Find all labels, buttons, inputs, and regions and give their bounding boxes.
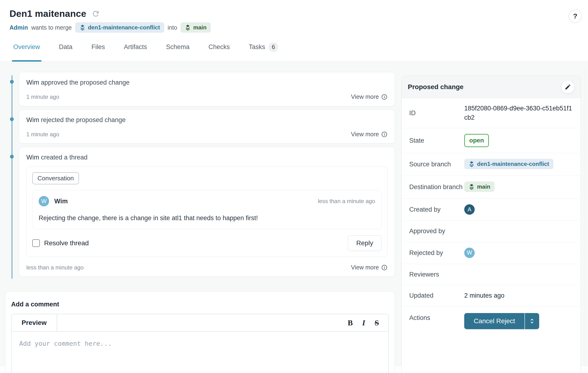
into-text: into [168,24,177,31]
help-button[interactable]: ? [568,10,582,23]
thread-container: Conversation W Wim less than a minute ag… [26,166,388,257]
row-reviewers: Reviewers [402,264,580,285]
state-badge: open [464,134,489,147]
thread-comment: W Wim less than a minute ago Rejecting t… [32,190,381,229]
thread-card: Wim created a thread Conversation W Wim … [19,147,395,277]
branch-layers-icon [185,24,191,31]
view-more-button[interactable]: View more [351,264,388,271]
row-created-by: Created by A [402,199,580,221]
preview-tab[interactable]: Preview [12,314,57,331]
event-actor: Wim [26,79,39,86]
event-action: rejected the proposed change [41,116,126,124]
view-more-button[interactable]: View more [351,131,388,138]
event-action: created a thread [41,154,88,161]
author-link[interactable]: Admin [10,24,28,31]
merge-request-page: ? Den1 maitenance Admin wants to merge d… [0,0,588,373]
branch-layers-icon [469,183,475,190]
comment-input[interactable]: Add your comment here... [12,332,388,355]
row-destination-branch: Destination branch main [402,176,580,199]
event-action: approved the proposed change [41,79,130,86]
tab-files[interactable]: Files [92,33,105,61]
tab-schema[interactable]: Schema [166,33,189,61]
add-comment-heading: Add a comment [11,301,389,308]
edit-pencil-button[interactable] [561,80,575,93]
bold-icon[interactable]: B [347,319,353,327]
avatar: A [464,204,475,215]
activity-timeline: Wim approved the proposed change 1 minut… [5,72,395,277]
updated-value: 2 minutes ago [464,291,512,300]
comment-placeholder: Add your comment here... [19,340,112,347]
id-value: 185f2080-0869-d9ee-3630-c51eb51f1cb2 [464,104,580,122]
row-actions: Actions Cancel Reject [402,306,580,343]
tasks-count-badge: 6 [268,42,278,52]
view-more-button[interactable]: View more [351,93,388,100]
timeline-dot [10,155,14,158]
resolve-thread-label: Resolve thread [44,239,89,247]
comment-body: Rejecting the change, there is a change … [39,215,375,222]
tab-checks[interactable]: Checks [208,33,230,61]
event-actor: Wim [26,154,39,161]
comment-editor: Preview B I S Add your comment here... [11,314,389,373]
avatar: W [464,248,475,258]
row-source-branch: Source branch den1-maintenance-conflict [402,153,580,176]
merge-text: wants to merge [31,24,72,31]
comment-timestamp: less than a minute ago [318,198,375,205]
panel-title: Proposed change [408,83,463,91]
row-updated: Updated 2 minutes ago [402,285,580,306]
avatar: W [39,196,49,207]
event-timestamp: 1 minute ago [26,93,59,100]
source-branch-badge[interactable]: den1-maintenance-conflict [464,159,553,169]
reply-button[interactable]: Reply [348,235,381,251]
info-icon [381,264,388,271]
source-branch-badge[interactable]: den1-maintenance-conflict [75,22,164,33]
conversation-badge: Conversation [32,172,79,184]
event-actor: Wim [26,116,39,124]
comment-author: Wim [54,198,68,205]
row-approved-by: Approved by [402,221,580,242]
tab-bar: Overview Data Files Artifacts Schema Che… [0,33,588,62]
timeline-dot [10,80,14,84]
resolve-thread-checkbox[interactable] [32,239,40,247]
tab-tasks[interactable]: Tasks 6 [249,33,278,61]
strikethrough-icon[interactable]: S [375,319,379,327]
actions-dropdown-button[interactable] [525,313,539,329]
destination-branch-badge[interactable]: main [180,22,211,33]
cancel-reject-button[interactable]: Cancel Reject [464,313,525,329]
pencil-icon [565,84,571,90]
timeline-dot [10,117,14,121]
add-comment-section: Add a comment Preview B I S Add your com… [5,291,395,373]
page-header: Den1 maitenance Admin wants to merge den… [0,0,588,33]
refresh-icon[interactable] [92,10,100,18]
italic-icon[interactable]: I [362,319,365,327]
content-area: Wim approved the proposed change 1 minut… [0,62,588,366]
destination-branch-badge[interactable]: main [464,182,494,192]
branch-layers-icon [469,161,475,167]
row-state: State open [402,128,580,153]
event-timestamp: less than a minute ago [26,264,84,271]
branch-layers-icon [79,24,86,31]
scroll-area-edge [585,69,585,373]
proposed-change-panel: Proposed change ID 185f2080-0869-d9ee-36… [401,76,581,373]
tab-overview[interactable]: Overview [13,33,40,61]
page-title: Den1 maitenance [10,9,86,19]
event-card-approved: Wim approved the proposed change 1 minut… [19,72,395,106]
timeline-line [12,75,12,279]
info-icon [381,94,388,100]
merge-summary: Admin wants to merge den1-maintenance-co… [10,22,578,33]
info-icon [381,131,388,137]
row-rejected-by: Rejected by W [402,242,580,264]
tab-artifacts[interactable]: Artifacts [124,33,147,61]
event-timestamp: 1 minute ago [26,131,59,138]
tab-data[interactable]: Data [59,33,73,61]
event-card-rejected: Wim rejected the proposed change 1 minut… [19,109,395,144]
unfold-chevrons-icon [528,318,536,325]
row-id: ID 185f2080-0869-d9ee-3630-c51eb51f1cb2 [402,98,580,128]
